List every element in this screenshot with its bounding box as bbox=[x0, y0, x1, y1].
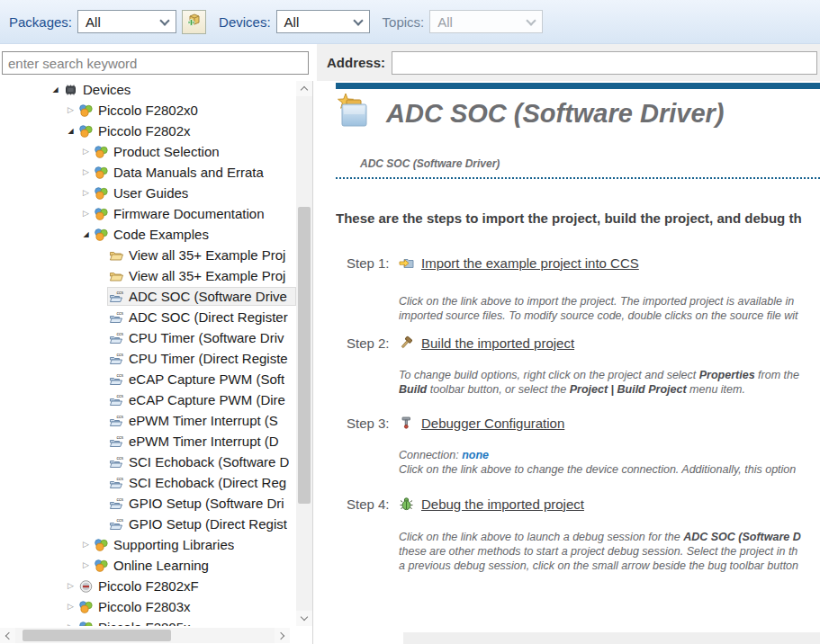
package-icon bbox=[94, 538, 109, 552]
tree-item[interactable]: ▷Online Learning bbox=[0, 555, 296, 576]
tree-item-label: Piccolo F2802xF bbox=[98, 578, 199, 594]
tree-item[interactable]: ▷Firmware Documentation bbox=[0, 203, 296, 224]
description-line: Click on the link above to import the pr… bbox=[399, 294, 820, 309]
tree-item[interactable]: ccseCAP Capture PWM (Soft bbox=[0, 369, 296, 389]
tree-item-label: Supporting Libraries bbox=[113, 537, 234, 552]
expand-arrow-icon[interactable]: ▷ bbox=[80, 162, 92, 183]
step-description: Click on the link above to launch a debu… bbox=[399, 530, 820, 573]
tree-item[interactable]: ▷Piccolo F2803x bbox=[0, 596, 296, 617]
import-icon bbox=[399, 255, 414, 270]
step-block: Step 3:Debugger ConfigurationConnection:… bbox=[347, 413, 820, 477]
text-segment: from the bbox=[755, 369, 799, 381]
ccs-project-icon: ccs bbox=[109, 393, 124, 407]
content-horizontal-scrollbar[interactable] bbox=[403, 632, 820, 644]
tree-item[interactable]: ccsGPIO Setup (Software Dri bbox=[0, 493, 296, 514]
expand-arrow-icon[interactable]: ▷ bbox=[65, 576, 77, 596]
scroll-left-button[interactable] bbox=[0, 628, 15, 643]
search-area bbox=[0, 44, 317, 81]
step-row: Step 1:Import the example project into C… bbox=[347, 253, 820, 273]
tree-item-inner: ccsSCI Echoback (Direct Reg bbox=[107, 473, 296, 492]
tree-item-label: ePWM Timer Interrupt (S bbox=[129, 413, 278, 428]
tree-item-label: CPU Timer (Software Driv bbox=[129, 330, 284, 345]
tree-item[interactable]: ▷Piccolo F2802xF bbox=[0, 576, 296, 596]
tree-item[interactable]: ▷Product Selection bbox=[0, 141, 296, 162]
tree-vertical-scrollbar[interactable] bbox=[296, 81, 312, 626]
scroll-right-button[interactable] bbox=[275, 628, 290, 643]
tree-item-label: SCI Echoback (Direct Reg bbox=[129, 475, 286, 490]
packages-select[interactable]: All bbox=[77, 10, 176, 33]
disabled-device-icon bbox=[78, 579, 94, 594]
collapse-arrow-icon[interactable]: ◢ bbox=[65, 121, 77, 141]
tree-horizontal-scrollbar[interactable] bbox=[0, 628, 290, 643]
step-description: Click on the link above to import the pr… bbox=[399, 294, 820, 323]
step-row: Step 4:Debug the imported project bbox=[347, 494, 820, 514]
expand-arrow-icon[interactable]: ▷ bbox=[65, 617, 77, 626]
svg-text:ccs: ccs bbox=[117, 476, 124, 481]
tree-item[interactable]: ◢Code Examples bbox=[0, 224, 296, 245]
search-input[interactable] bbox=[2, 51, 309, 75]
tree-item[interactable]: ccsADC SOC (Direct Register bbox=[0, 307, 296, 327]
step-link[interactable]: Import the example project into CCS bbox=[421, 255, 639, 271]
expand-arrow-icon[interactable]: ▷ bbox=[80, 534, 92, 555]
tree-item[interactable]: ccseCAP Capture PWM (Dire bbox=[0, 389, 296, 410]
tree-item[interactable]: ▷User Guides bbox=[0, 183, 296, 203]
expand-arrow-icon[interactable]: ▷ bbox=[80, 183, 92, 203]
dotted-separator bbox=[336, 177, 820, 179]
scroll-down-button[interactable] bbox=[296, 611, 312, 626]
step-block: Step 1:Import the example project into C… bbox=[347, 253, 820, 323]
tree-item-inner: Supporting Libraries bbox=[92, 535, 296, 554]
page-header: ADC SOC (Software Driver) bbox=[336, 92, 724, 135]
tree-item[interactable]: View all 35+ Example Proj bbox=[0, 265, 296, 286]
tree-item-label: Piccolo F2802x bbox=[98, 123, 191, 139]
text-segment: imported source files. To modify source … bbox=[399, 309, 798, 322]
tree-item[interactable]: ▷Piccolo F2802x0 bbox=[0, 100, 296, 121]
step-link[interactable]: Debug the imported project bbox=[421, 496, 584, 512]
expand-arrow-icon[interactable]: ▷ bbox=[80, 203, 92, 224]
expand-arrow-icon[interactable]: ▷ bbox=[65, 100, 77, 121]
horizontal-scroll-thumb[interactable] bbox=[23, 630, 171, 641]
tree-item[interactable]: ▷Supporting Libraries bbox=[0, 534, 296, 555]
expand-arrow-icon[interactable]: ▷ bbox=[80, 141, 92, 162]
step-description: To change build options, right click on … bbox=[399, 368, 820, 397]
tree-item[interactable]: ▷Piccolo F2805x bbox=[0, 617, 296, 626]
title-accent-bar bbox=[336, 83, 820, 89]
topics-select[interactable]: All bbox=[429, 10, 543, 33]
package-icon bbox=[94, 207, 109, 221]
tree-item[interactable]: ccsCPU Timer (Software Driv bbox=[0, 327, 296, 348]
tree-item[interactable]: ccsADC SOC (Software Drive bbox=[0, 286, 296, 307]
tree-item-label: GPIO Setup (Software Dri bbox=[129, 496, 284, 511]
debug-bug-icon bbox=[399, 496, 414, 511]
tree-item[interactable]: ccsGPIO Setup (Direct Regist bbox=[0, 514, 296, 534]
tree-item[interactable]: ◢Piccolo F2802x bbox=[0, 121, 296, 141]
tree-item[interactable]: ccsePWM Timer Interrupt (D bbox=[0, 431, 296, 452]
ccs-project-icon: ccs bbox=[109, 352, 124, 366]
expand-arrow-icon[interactable]: ▷ bbox=[65, 596, 77, 617]
tree-item[interactable]: ccsePWM Timer Interrupt (S bbox=[0, 410, 296, 431]
packages-selected-value: All bbox=[86, 14, 101, 30]
collapse-arrow-icon[interactable]: ◢ bbox=[50, 79, 61, 100]
chevron-right-icon bbox=[277, 631, 284, 639]
add-package-button[interactable] bbox=[182, 10, 206, 34]
chevron-left-icon bbox=[5, 631, 13, 639]
step-link[interactable]: Debugger Configuration bbox=[421, 416, 564, 431]
step-link[interactable]: Build the imported project bbox=[421, 335, 574, 351]
vertical-scroll-thumb[interactable] bbox=[298, 207, 311, 504]
tree-item-inner: Data Manuals and Errata bbox=[92, 163, 296, 182]
devices-select[interactable]: All bbox=[276, 10, 370, 33]
tree-item-inner: Firmware Documentation bbox=[92, 204, 296, 223]
scroll-up-button[interactable] bbox=[296, 81, 312, 96]
tree-item[interactable]: ▷Data Manuals and Errata bbox=[0, 162, 296, 183]
tree-item[interactable]: ccsCPU Timer (Direct Registe bbox=[0, 348, 296, 369]
svg-text:ccs: ccs bbox=[117, 310, 124, 316]
package-icon bbox=[94, 145, 109, 159]
tree-item[interactable]: ◢Devices bbox=[0, 79, 296, 100]
svg-text:ccs: ccs bbox=[117, 290, 124, 295]
address-input[interactable] bbox=[392, 51, 817, 75]
collapse-arrow-icon[interactable]: ◢ bbox=[80, 224, 92, 245]
device-tree: ◢Devices▷Piccolo F2802x0◢Piccolo F2802x▷… bbox=[0, 79, 296, 626]
tree-item[interactable]: ccsSCI Echoback (Direct Reg bbox=[0, 472, 296, 493]
tree-item[interactable]: View all 35+ Example Proj bbox=[0, 245, 296, 265]
tree-item-label: eCAP Capture PWM (Soft bbox=[129, 371, 284, 387]
tree-item[interactable]: ccsSCI Echoback (Software D bbox=[0, 452, 296, 472]
expand-arrow-icon[interactable]: ▷ bbox=[80, 555, 92, 576]
